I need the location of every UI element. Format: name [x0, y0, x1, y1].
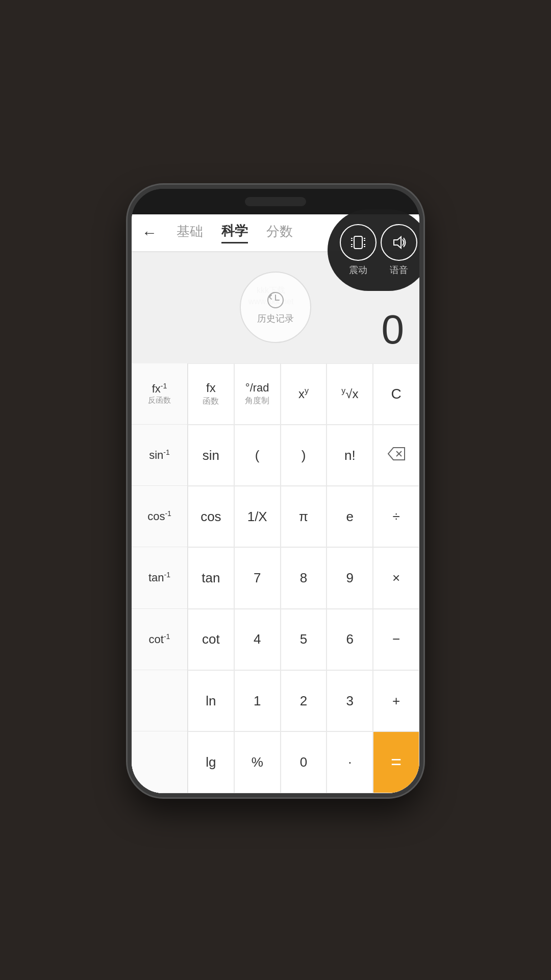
key-e[interactable]: e — [327, 486, 373, 547]
key-5[interactable]: 5 — [281, 609, 327, 670]
key-factorial[interactable]: n! — [327, 425, 373, 486]
svg-marker-9 — [394, 237, 401, 248]
phone-button-left — [128, 281, 130, 311]
key-tan[interactable]: tan — [188, 547, 234, 608]
sound-label: 语音 — [390, 264, 408, 276]
vibrate-icon — [340, 224, 377, 261]
svg-rect-0 — [354, 236, 362, 249]
back-button[interactable]: ← — [142, 224, 157, 241]
tab-science[interactable]: 科学 — [221, 222, 248, 243]
key-equals[interactable]: = — [373, 731, 419, 793]
navigation-bar: ← 基础 科学 分数 — [132, 214, 419, 251]
key-6[interactable]: 6 — [327, 609, 373, 670]
feature-popup: 震动 语音 — [328, 209, 423, 291]
vibrate-option[interactable]: 震动 — [340, 224, 377, 276]
key-reciprocal[interactable]: 1/X — [234, 486, 281, 547]
key-divide[interactable]: ÷ — [373, 486, 419, 547]
key-pi[interactable]: π — [281, 486, 327, 547]
key-9[interactable]: 9 — [327, 547, 373, 608]
vibrate-label: 震动 — [349, 264, 367, 276]
key-8[interactable]: 8 — [281, 547, 327, 608]
key-angle[interactable]: °/rad 角度制 — [234, 363, 281, 425]
keyboard-area: fx-1 反函数 sin-1 cos-1 tan-1 — [132, 363, 419, 793]
side-panel: fx-1 反函数 sin-1 cos-1 tan-1 — [132, 363, 188, 793]
key-sin[interactable]: sin — [188, 425, 234, 486]
key-2[interactable]: 2 — [281, 670, 327, 731]
key-multiply[interactable]: × — [373, 547, 419, 608]
key-dot[interactable]: · — [327, 731, 373, 793]
key-ln[interactable]: ln — [188, 670, 234, 731]
key-clear[interactable]: C — [373, 363, 419, 425]
history-label: 历史记录 — [257, 312, 294, 325]
phone-speaker — [245, 197, 306, 206]
tab-fraction[interactable]: 分数 — [266, 223, 293, 242]
key-lg[interactable]: lg — [188, 731, 234, 793]
side-item-cos-inverse[interactable]: cos-1 — [132, 486, 187, 547]
phone-button-right — [421, 301, 423, 352]
key-percent[interactable]: % — [234, 731, 281, 793]
main-keyboard: fx 函数 °/rad 角度制 xy y√x C — [188, 363, 419, 793]
key-cot[interactable]: cot — [188, 609, 234, 670]
side-item-cot-inverse[interactable]: cot-1 — [132, 609, 187, 670]
phone-mockup: ← 基础 科学 分数 — [0, 185, 551, 797]
display-value: 0 — [382, 306, 405, 353]
phone-frame: ← 基础 科学 分数 — [128, 185, 423, 797]
sound-option[interactable]: 语音 — [381, 224, 417, 276]
history-button[interactable]: 历史记录 — [240, 272, 311, 343]
app-content: ← 基础 科学 分数 — [132, 214, 419, 793]
side-item-sin-inverse[interactable]: sin-1 — [132, 425, 187, 486]
key-4[interactable]: 4 — [234, 609, 281, 670]
key-1[interactable]: 1 — [234, 670, 281, 731]
sound-icon — [381, 224, 417, 261]
side-item-fx-inverse[interactable]: fx-1 反函数 — [132, 363, 187, 425]
key-power[interactable]: xy — [281, 363, 327, 425]
key-3[interactable]: 3 — [327, 670, 373, 731]
key-close-paren[interactable]: ) — [281, 425, 327, 486]
key-0[interactable]: 0 — [281, 731, 327, 793]
tab-basic[interactable]: 基础 — [177, 223, 203, 242]
key-7[interactable]: 7 — [234, 547, 281, 608]
key-open-paren[interactable]: ( — [234, 425, 281, 486]
key-fx[interactable]: fx 函数 — [188, 363, 234, 425]
key-subtract[interactable]: − — [373, 609, 419, 670]
key-add[interactable]: + — [373, 670, 419, 731]
key-delete[interactable] — [373, 425, 419, 486]
key-yroot[interactable]: y√x — [327, 363, 373, 425]
side-item-tan-inverse[interactable]: tan-1 — [132, 547, 187, 608]
side-item-empty2 — [132, 731, 187, 793]
key-cos[interactable]: cos — [188, 486, 234, 547]
side-item-empty1 — [132, 670, 187, 731]
